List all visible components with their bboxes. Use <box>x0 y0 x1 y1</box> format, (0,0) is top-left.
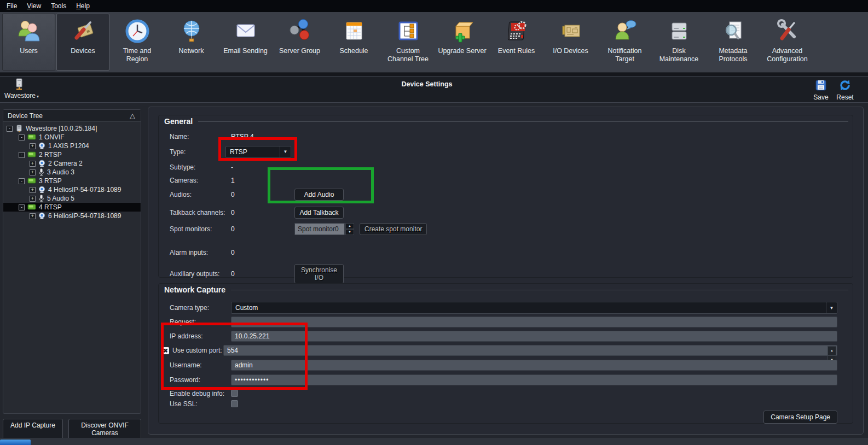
general-group: General Name: RTSP 4 Type: RTSP ▼ Subtyp… <box>158 115 853 278</box>
tree-item-3-rtsp[interactable]: - 3 RTSP <box>3 177 141 185</box>
toolbar-button-metadata-protocols[interactable]: Metadata Protocols <box>707 14 760 71</box>
subtype-row: Subtype: - <box>170 163 853 172</box>
taskbar-sliver <box>0 438 868 445</box>
camera-setup-page-button[interactable]: Camera Setup Page <box>763 411 837 424</box>
spinner-down-icon[interactable]: ▼ <box>345 229 354 235</box>
menu-view[interactable]: View <box>22 1 45 11</box>
use-custom-port-label: Use custom port: <box>172 347 222 354</box>
expander-icon[interactable]: - <box>19 152 25 158</box>
toolbar-button-event-rules[interactable]: Event Rules <box>490 14 543 71</box>
spinner-up-icon[interactable]: ▲ <box>345 223 354 229</box>
toolbar-button-time-and-region[interactable]: Time and Region <box>111 14 164 71</box>
username-input[interactable]: admin <box>231 360 837 371</box>
tree-item-4-rtsp-selected[interactable]: - 4 RTSP <box>3 203 141 212</box>
reset-button[interactable]: Reset <box>833 79 857 101</box>
toolbar-button-users[interactable]: Users <box>2 14 55 71</box>
tree-item-1-onvif[interactable]: - 1 ONVIF <box>3 133 141 142</box>
menu-help[interactable]: Help <box>72 1 94 11</box>
calendar-icon <box>341 18 367 44</box>
tree-item-5-audio-5[interactable]: + 5 Audio 5 <box>3 194 141 203</box>
tree-item-2-camera-2[interactable]: + 2 Camera 2 <box>3 159 141 168</box>
camera-type-dropdown[interactable]: Custom ▼ <box>231 302 837 314</box>
chevron-down-icon: ▾ <box>37 94 39 99</box>
type-label: Type: <box>170 148 231 156</box>
camera-icon <box>38 142 45 150</box>
port-input[interactable]: 554 ▲▼ <box>223 345 837 356</box>
toolbar-button-email-sending[interactable]: Email Sending <box>219 14 272 71</box>
channel-icon <box>27 178 36 184</box>
group-title-line <box>231 290 848 290</box>
tree-item-1-axis-p1204[interactable]: + 1 AXIS P1204 <box>3 142 141 150</box>
add-audio-button[interactable]: Add Audio <box>294 189 344 201</box>
server-icon <box>15 125 23 133</box>
spot-monitor-spinner[interactable]: ▲▼ <box>345 223 354 235</box>
create-spot-monitor-button[interactable]: Create spot monitor <box>360 223 427 235</box>
globe-icon <box>178 18 205 44</box>
toolbar-button-upgrade-server[interactable]: Upgrade Server <box>436 14 489 71</box>
add-ip-capture-button[interactable]: Add IP Capture <box>3 419 63 440</box>
username-label: Username: <box>170 361 231 369</box>
device-tree-panel: Device Tree △ - Wavestore [10.0.25.184] … <box>3 109 141 414</box>
expander-icon[interactable]: + <box>30 161 36 167</box>
channel-icon <box>27 134 36 140</box>
use-custom-port-checkbox[interactable]: ✖ <box>162 347 169 354</box>
tree-item-label: 1 ONVIF <box>39 133 65 141</box>
toolbar-button-devices[interactable]: Devices <box>56 14 109 71</box>
request-input[interactable] <box>231 317 837 327</box>
toolbar-label: Advanced Configuration <box>762 47 813 63</box>
spot-monitors-row: Spot monitors: 0 Spot monitor0 ▲▼ Create… <box>170 222 853 235</box>
toolbar-button-disk-maintenance[interactable]: Disk Maintenance <box>652 14 705 71</box>
tree-item-wavestore[interactable]: - Wavestore [10.0.25.184] <box>3 124 141 133</box>
spot-monitors-value: 0 <box>231 225 294 233</box>
chevron-down-icon[interactable]: ▼ <box>826 302 837 313</box>
audios-value: 0 <box>231 191 294 198</box>
expander-icon[interactable]: + <box>30 187 36 193</box>
header-bar: Wavestore▾ Device Settings Save Reset <box>0 76 868 103</box>
ip-address-row: IP address: 10.0.25.221 <box>170 331 853 342</box>
expander-icon[interactable]: + <box>30 169 36 175</box>
device-settings-panel: General Name: RTSP 4 Type: RTSP ▼ Subtyp… <box>148 107 864 435</box>
discover-onvif-cameras-button[interactable]: Discover ONVIF Cameras <box>68 419 141 440</box>
toolbar-button-io-devices[interactable]: I/O Devices <box>544 14 597 71</box>
enable-debug-checkbox[interactable] <box>231 390 238 397</box>
camera-setup-row: Camera Setup Page <box>170 411 837 424</box>
tree-item-3-audio-3[interactable]: + 3 Audio 3 <box>3 168 141 177</box>
menu-file[interactable]: File <box>2 1 21 11</box>
collapse-triangle-icon[interactable]: △ <box>130 112 135 119</box>
type-dropdown[interactable]: RTSP ▼ <box>225 146 291 158</box>
spot-monitors-label: Spot monitors: <box>170 225 231 233</box>
spinner-up-icon[interactable]: ▲ <box>828 346 836 355</box>
tree-item-4-heliosip[interactable]: + 4 HeliosIP-54-0718-1089 <box>3 185 141 194</box>
toolbar-button-schedule[interactable]: Schedule <box>327 14 380 71</box>
toolbar-button-network[interactable]: Network <box>165 14 218 71</box>
taskbar-app-fragment[interactable] <box>0 440 31 445</box>
tree-item-2-rtsp[interactable]: - 2 RTSP <box>3 150 141 159</box>
toolbar-button-server-group[interactable]: Server Group <box>273 14 326 71</box>
expander-icon[interactable]: - <box>19 178 25 184</box>
channel-icon <box>27 151 36 158</box>
expander-icon[interactable]: + <box>30 143 36 149</box>
expander-icon[interactable]: - <box>19 204 25 210</box>
server-label: Wavestore <box>4 92 36 99</box>
ip-address-input[interactable]: 10.0.25.221 <box>231 331 837 342</box>
camera-icon <box>38 160 45 167</box>
reset-label: Reset <box>836 93 853 101</box>
add-talkback-button[interactable]: Add Talkback <box>294 207 344 219</box>
use-ssl-checkbox[interactable] <box>231 400 238 407</box>
expander-icon[interactable]: - <box>7 126 13 132</box>
tree-item-6-heliosip[interactable]: + 6 HeliosIP-54-0718-1089 <box>3 212 141 220</box>
synchronise-io-button[interactable]: Synchronise I/O <box>294 264 344 284</box>
network-capture-group-title: Network Capture <box>164 284 853 295</box>
password-input[interactable]: •••••••••••• <box>231 374 837 385</box>
spot-monitor-combo[interactable]: Spot monitor0 <box>294 223 345 235</box>
toolbar-button-custom-channel-tree[interactable]: Custom Channel Tree <box>381 14 435 71</box>
chevron-down-icon[interactable]: ▼ <box>280 147 291 157</box>
expander-icon[interactable]: - <box>19 134 25 140</box>
expander-icon[interactable]: + <box>30 213 36 219</box>
menu-tools[interactable]: Tools <box>47 1 71 11</box>
port-spinner[interactable]: ▲▼ <box>828 346 836 355</box>
toolbar-button-notification-target[interactable]: Notification Target <box>598 14 651 71</box>
expander-icon[interactable]: + <box>30 196 36 202</box>
save-button[interactable]: Save <box>809 79 833 101</box>
toolbar-button-advanced-configuration[interactable]: Advanced Configuration <box>761 14 814 71</box>
